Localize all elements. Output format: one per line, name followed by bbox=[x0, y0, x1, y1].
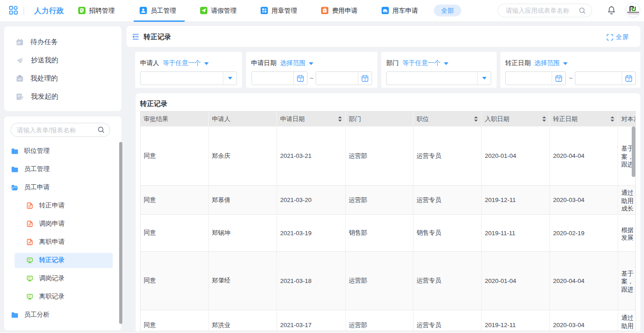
svg-text:7: 7 bbox=[299, 77, 302, 82]
svg-text:7: 7 bbox=[558, 77, 560, 82]
svg-text:7: 7 bbox=[628, 77, 630, 82]
svg-text:7: 7 bbox=[364, 77, 366, 82]
